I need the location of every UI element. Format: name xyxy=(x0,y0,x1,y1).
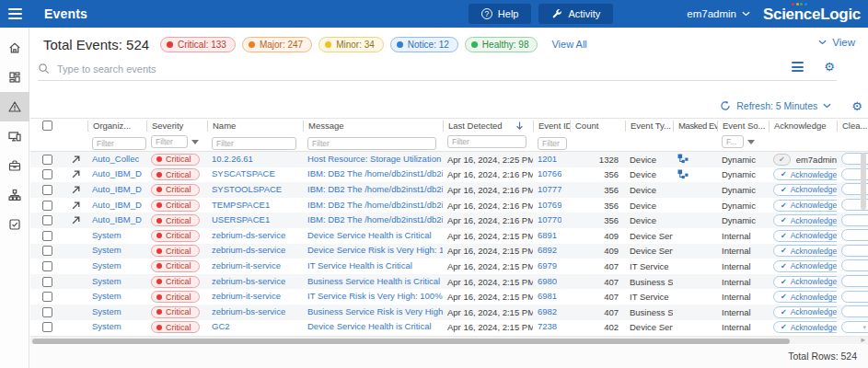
event-id-link[interactable]: 10766 xyxy=(538,168,561,178)
acknowledge-button[interactable]: ✔Acknowledge xyxy=(773,184,837,196)
event-id-link[interactable]: 6982 xyxy=(538,306,557,316)
help-button[interactable]: ? Help xyxy=(469,4,532,24)
severity-pill-critical[interactable]: Critical: 133 xyxy=(160,37,236,52)
clear-button[interactable] xyxy=(841,245,868,257)
event-id-link[interactable]: 7238 xyxy=(538,321,557,331)
acknowledge-button[interactable]: ✔Acknowledge xyxy=(773,230,837,242)
refresh-icon[interactable] xyxy=(720,100,731,111)
search-input[interactable] xyxy=(57,63,837,75)
sidebar-item-maps[interactable] xyxy=(0,180,29,210)
message-link[interactable]: IT Service Health is Critical xyxy=(307,260,412,270)
message-link[interactable]: Device Service Health is Critical xyxy=(307,321,432,331)
col-count[interactable]: Count xyxy=(570,121,625,132)
organization-link[interactable]: System xyxy=(92,230,122,240)
name-link[interactable]: zebrium-ds-service xyxy=(212,245,285,255)
name-link[interactable]: SYSCATSPACE xyxy=(212,168,275,178)
event-id-link[interactable]: 6979 xyxy=(538,260,557,270)
organization-link[interactable]: System xyxy=(92,260,122,270)
message-link[interactable]: Device Service Health is Critical xyxy=(307,230,432,240)
scroll-down-arrow-icon[interactable]: ▾ xyxy=(862,324,866,331)
view-all-link[interactable]: View All xyxy=(551,39,586,50)
expand-icon[interactable] xyxy=(71,155,81,165)
acknowledge-button[interactable]: ✔Acknowledge xyxy=(773,306,837,318)
filter-name[interactable] xyxy=(212,137,296,150)
message-link[interactable]: IBM: DB2 The /home/db2inst1/db2inst1/NOD… xyxy=(307,168,443,178)
event-id-link[interactable]: 6892 xyxy=(538,245,557,255)
col-message[interactable]: Message xyxy=(303,121,443,132)
col-organization[interactable]: Organiz... xyxy=(87,121,146,132)
organization-link[interactable]: Auto_IBM_D xyxy=(92,214,142,224)
filter-severity[interactable] xyxy=(151,135,188,148)
name-link[interactable]: GC2 xyxy=(212,321,230,331)
row-checkbox[interactable] xyxy=(42,292,52,302)
event-id-link[interactable]: 10777 xyxy=(538,184,561,194)
row-checkbox[interactable] xyxy=(42,231,52,241)
severity-pill-minor[interactable]: Minor: 34 xyxy=(318,37,384,52)
row-checkbox[interactable] xyxy=(42,169,52,179)
col-clear[interactable]: Clea... xyxy=(837,121,868,132)
col-last-detected[interactable]: Last Detected xyxy=(443,121,533,132)
sidebar-item-dashboards[interactable] xyxy=(0,63,29,92)
sidebar-item-events[interactable] xyxy=(0,92,29,121)
clear-button[interactable] xyxy=(841,305,868,317)
clear-button[interactable] xyxy=(841,214,868,226)
expand-icon[interactable] xyxy=(71,201,81,211)
expand-icon[interactable] xyxy=(71,185,81,195)
event-id-link[interactable]: 10770 xyxy=(538,214,561,224)
clear-button[interactable] xyxy=(841,229,868,241)
clear-button[interactable] xyxy=(841,259,868,271)
message-link[interactable]: Business Service Health is Critical xyxy=(307,276,440,286)
sidebar-item-devices[interactable] xyxy=(0,121,29,151)
organization-link[interactable]: System xyxy=(92,245,122,255)
refresh-label[interactable]: Refresh: 5 Minutes xyxy=(736,100,817,111)
clear-button[interactable] xyxy=(841,275,868,287)
acknowledge-button[interactable]: ✔Acknowledge xyxy=(773,245,837,257)
col-event-type[interactable]: Event Ty... xyxy=(625,121,673,132)
horizontal-scrollbar[interactable]: ▸ xyxy=(30,336,868,344)
filter-message[interactable] xyxy=(307,137,436,150)
sort-desc-icon[interactable] xyxy=(515,121,524,131)
organization-link[interactable]: Auto_IBM_D xyxy=(92,184,142,194)
message-link[interactable]: IBM: DB2 The /home/db2inst1/db2inst1/NOD… xyxy=(307,200,443,210)
row-checkbox[interactable] xyxy=(42,246,52,256)
event-id-link[interactable]: 6980 xyxy=(538,276,557,286)
table-settings-gear-icon[interactable]: ⚙ xyxy=(851,100,862,112)
organization-link[interactable]: System xyxy=(92,321,122,331)
acknowledge-button[interactable]: ✔Acknowledge xyxy=(773,260,837,272)
col-severity[interactable]: Severity xyxy=(146,121,207,132)
list-options-icon[interactable] xyxy=(792,62,804,72)
filter-event-id[interactable] xyxy=(538,137,567,150)
organization-link[interactable]: Auto_IBM_D xyxy=(92,200,142,210)
col-event-source[interactable]: Event So... xyxy=(717,121,769,132)
acknowledge-button[interactable]: ✔Acknowledge xyxy=(773,214,837,226)
masked-events-icon[interactable] xyxy=(677,154,689,165)
col-event-id[interactable]: Event ID xyxy=(533,121,570,132)
activity-button[interactable]: Activity xyxy=(538,4,613,24)
name-link[interactable]: zebrium-it-service xyxy=(212,260,281,270)
acknowledge-button[interactable]: ✔Acknowledge xyxy=(773,168,837,180)
masked-events-icon[interactable] xyxy=(677,169,689,180)
name-link[interactable]: 10.2.26.61 xyxy=(212,154,253,164)
row-checkbox[interactable] xyxy=(42,201,52,211)
organization-link[interactable]: System xyxy=(92,291,122,301)
organization-link[interactable]: Auto_IBM_D xyxy=(92,168,142,178)
row-checkbox[interactable] xyxy=(42,307,52,317)
col-name[interactable]: Name xyxy=(207,121,303,132)
organization-link[interactable]: System xyxy=(92,276,122,286)
vertical-scrollbar-thumb[interactable] xyxy=(861,153,866,210)
row-checkbox[interactable] xyxy=(42,277,52,287)
select-all-checkbox[interactable] xyxy=(42,121,52,131)
name-link[interactable]: zebrium-it-service xyxy=(212,291,281,301)
scroll-right-arrow-icon[interactable]: ▸ xyxy=(861,335,865,344)
user-menu[interactable]: em7admin xyxy=(687,8,750,19)
sidebar-item-business-services[interactable] xyxy=(0,151,29,180)
acknowledge-button[interactable]: ✔Acknowledge xyxy=(773,291,837,303)
col-masked-events[interactable]: Masked Events xyxy=(673,121,717,132)
acknowledge-button[interactable]: ✔Acknowledge xyxy=(773,321,837,333)
acknowledge-button[interactable]: ✔Acknowledge xyxy=(773,276,837,288)
message-link[interactable]: IT Service Risk is Very High: 100% xyxy=(307,291,443,301)
menu-icon[interactable] xyxy=(0,0,29,28)
message-link[interactable]: IBM: DB2 The /home/db2inst1/db2inst1/NOD… xyxy=(307,214,443,224)
row-checkbox[interactable] xyxy=(42,185,52,195)
name-link[interactable]: TEMPSPACE1 xyxy=(212,200,270,210)
